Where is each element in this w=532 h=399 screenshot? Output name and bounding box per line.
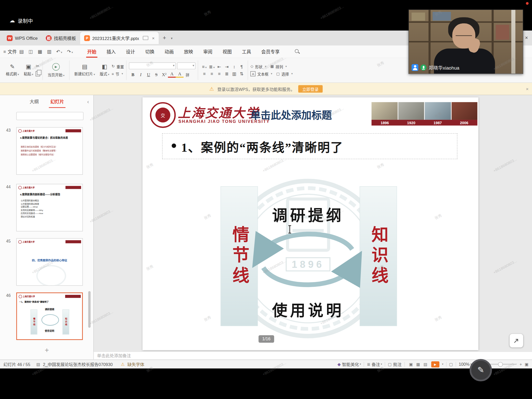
mini-bottom-label: 使用说明: [37, 329, 62, 332]
slide-canvas[interactable]: 交 上海交通大学 SHANGHAI JIAO TONG UNIVERSITY 单…: [143, 97, 478, 350]
collapse-panel-icon[interactable]: ‹: [87, 98, 89, 104]
tab-slides[interactable]: 幻灯片: [49, 97, 65, 105]
redo-icon[interactable]: ↷▾: [67, 49, 73, 54]
distribute-icon[interactable]: ▥: [230, 71, 238, 76]
line-spacing-icon[interactable]: ↕: [230, 64, 238, 69]
banner-close-icon[interactable]: ×: [526, 86, 529, 92]
comments-button[interactable]: 批注: [393, 361, 402, 368]
menu-slideshow[interactable]: 放映: [179, 45, 198, 58]
bold-button[interactable]: B: [129, 72, 137, 77]
add-slide-button[interactable]: +: [0, 346, 94, 354]
undo-icon[interactable]: ↶▾: [56, 49, 62, 54]
fullscreen-icon[interactable]: ▣: [525, 362, 529, 367]
cut-icon[interactable]: ✂: [36, 64, 40, 68]
video-call-overlay[interactable]: 郑晓华xiaohua: [409, 10, 523, 74]
bullet-list-icon[interactable]: ≡▾: [201, 64, 208, 69]
tab-list-dropdown-icon[interactable]: ▾: [171, 36, 173, 40]
menu-insert[interactable]: 插入: [102, 45, 121, 58]
tab-outline[interactable]: 大纲: [28, 97, 40, 105]
tab-docer-templates[interactable]: 稻 找稻壳模板: [42, 32, 80, 43]
menu-review[interactable]: 审阅: [198, 45, 217, 58]
superscript-button[interactable]: X²: [160, 72, 168, 77]
share-screen-icon[interactable]: [143, 36, 148, 40]
increase-indent-icon[interactable]: ⇥: [223, 64, 231, 69]
file-menu[interactable]: ≡ 文件: [3, 48, 17, 55]
annotation-pen-button[interactable]: ✎: [470, 359, 492, 381]
copy-icon[interactable]: [36, 71, 40, 76]
highlight-button[interactable]: A: [176, 71, 184, 78]
beautify-button[interactable]: 智能美化: [342, 361, 359, 368]
slide-thumbnail-45[interactable]: 上海交通大学 四、优秀案例作品的核心特征: [16, 238, 83, 286]
missing-font-label[interactable]: 缺失字体: [127, 361, 144, 368]
document-note[interactable]: 2_中国发展论坛张杰校长报告070930: [43, 361, 113, 368]
zoom-slider-knob[interactable]: [498, 362, 503, 367]
menu-design[interactable]: 设计: [121, 45, 140, 58]
reset-button[interactable]: ↻ 重置: [112, 64, 124, 69]
thumb-bullet: 实然的因果解释——Why: [21, 209, 81, 212]
menu-view[interactable]: 视图: [217, 45, 237, 58]
slideshow-play-button[interactable]: ▶: [431, 361, 439, 367]
slide-thumbnail-46[interactable]: 上海交通大学 • 1、案例的“两条线”清晰明了 情节线 知识线 调研提纲 使用说…: [16, 292, 83, 340]
lamp-pole: [511, 10, 515, 74]
align-right-icon[interactable]: ≡: [216, 71, 223, 76]
tab-current-document[interactable]: P 20231221重庆大学.pptx ×: [80, 32, 159, 44]
survey-outline-label[interactable]: 调研提纲: [247, 203, 369, 225]
notes-button[interactable]: 备注: [372, 361, 380, 368]
align-center-icon[interactable]: ≡: [208, 71, 216, 76]
slide-thumbnail-partial[interactable]: [16, 112, 84, 120]
print-icon[interactable]: ▦: [38, 49, 42, 54]
strikethrough-button[interactable]: S: [152, 72, 160, 77]
shapes-button[interactable]: ◇ 形状▾: [250, 64, 266, 69]
italic-button[interactable]: I: [137, 72, 145, 77]
pinyin-button[interactable]: 拼: [184, 72, 191, 77]
text-direction-icon[interactable]: ⇅: [238, 71, 245, 76]
textbox-button[interactable]: A 文本框▾: [250, 71, 272, 77]
annotation-launcher-button[interactable]: [510, 334, 523, 347]
justify-icon[interactable]: ≣: [223, 71, 231, 76]
format-painter-button[interactable]: ✎ 格式刷▾: [3, 64, 21, 76]
slide-bullet-text[interactable]: 1、案例的“两条线”清晰明了: [181, 137, 343, 155]
search-icon[interactable]: [295, 49, 300, 54]
font-color-button[interactable]: A: [168, 71, 176, 78]
align-left-icon[interactable]: ≡: [201, 71, 208, 76]
paragraph-mark-icon[interactable]: ¶: [238, 64, 245, 69]
panel-scrollbar[interactable]: [88, 291, 91, 328]
preview-icon[interactable]: ▥: [47, 49, 51, 54]
slide-sorter-icon[interactable]: ▦: [416, 362, 420, 367]
reading-view-icon[interactable]: ▤: [423, 362, 427, 367]
menu-tools[interactable]: 工具: [237, 45, 256, 58]
output-icon[interactable]: ◫: [28, 49, 33, 54]
notes-bar[interactable]: 单击此处添加备注: [94, 351, 532, 360]
close-tab-icon[interactable]: ×: [152, 35, 155, 41]
menu-animation[interactable]: 动画: [159, 45, 179, 58]
arrange-button[interactable]: ▦ 排列▾: [270, 64, 287, 69]
section-button[interactable]: ≡ 节▾: [112, 71, 124, 77]
usage-notes-label[interactable]: 使用说明: [247, 298, 369, 320]
numbered-list-icon[interactable]: ≣▾: [208, 64, 216, 69]
layout-button[interactable]: ◧ 版式▾: [97, 64, 112, 76]
zoom-level[interactable]: 100%: [459, 362, 470, 367]
new-tab-button[interactable]: +: [163, 35, 166, 41]
new-slide-button[interactable]: ▤ 新建幻灯片▾: [72, 64, 97, 76]
menu-home[interactable]: 开始: [82, 45, 101, 58]
zoom-in-icon[interactable]: +: [520, 362, 522, 367]
paste-button[interactable]: ▣ 粘贴▾: [21, 64, 36, 76]
underline-button[interactable]: U: [145, 72, 152, 77]
font-family-select[interactable]: [129, 62, 176, 69]
slide-title-placeholder[interactable]: 单击此处添加标题: [250, 107, 332, 122]
fit-slide-icon[interactable]: ▢: [449, 362, 453, 367]
menu-member[interactable]: 会员专享: [256, 45, 285, 58]
save-icon[interactable]: ▤: [19, 49, 24, 54]
thumb-header: 上海交通大学: [18, 240, 81, 244]
login-now-button[interactable]: 立即登录: [298, 85, 323, 93]
normal-view-icon[interactable]: ▣: [409, 362, 413, 367]
play-from-current-button[interactable]: ▶ 当页开始▾: [45, 63, 67, 77]
menu-transition[interactable]: 切换: [140, 45, 159, 58]
window-close-icon[interactable]: ×: [525, 35, 528, 40]
tab-wps-home[interactable]: W WPS Office: [3, 32, 42, 43]
decrease-indent-icon[interactable]: ⇤: [216, 64, 223, 69]
select-button[interactable]: ▢ 选择▾: [276, 71, 293, 77]
slide-thumbnail-44[interactable]: 上海交通大学 4.案例故事的剖析路径——分析报告 公共管理的基本概念 公共管理的…: [16, 184, 83, 231]
font-size-select[interactable]: [177, 62, 196, 69]
slide-thumbnail-43[interactable]: 上海交通大学 3.案例故事与理论的复合：抓出现象的本质 按照主体间关系提炼（权力…: [16, 127, 83, 175]
